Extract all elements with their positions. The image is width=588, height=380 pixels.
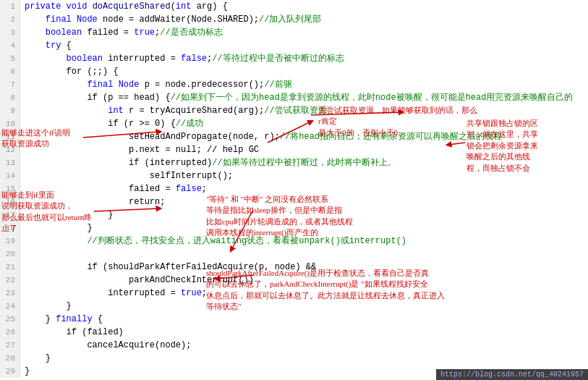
line-number: 22 [0,274,20,287]
token: { [93,314,103,324]
token: true [181,288,202,298]
line-number: 13 [0,156,20,169]
line-number: 29 [0,365,20,378]
line-number: 28 [0,352,20,365]
line-number: 19 [0,235,20,248]
line-code-content: boolean interrupted = false;//等待过程中是否被中断… [20,52,344,65]
code-line-3: 3 boolean failed = true;//是否成功标志 [0,26,588,39]
line-code-content: } [20,365,30,378]
token: ; [202,184,207,194]
line-number: 26 [0,326,20,339]
line-number: 1 [0,0,20,13]
token: failed = [82,28,134,38]
bottom-bar: https://blog.csdn.net/qq_40241957 [436,369,588,380]
code-line-8: 8 if (p == head) {//如果到下一个，因为head是拿到资源的线… [0,91,588,104]
annotation-should-park: shouldParkAfterFailedAcquire()是用于检查状态，看看… [206,268,470,313]
line-code-content: cancelAcquire(node); [20,339,191,352]
token: finally [56,314,92,324]
line-number: 20 [0,248,20,261]
annotation-if-success: 能够走进这个if说明获取资源成功 [1,127,81,150]
line-number: 5 [0,52,20,65]
token [25,41,46,51]
line-number: 24 [0,300,20,313]
code-line-27: 27 cancelAcquire(node); [0,339,588,352]
token: doAcquireShared [93,1,171,12]
token: { [61,41,71,51]
code-line-25: 25 } finally { [0,313,588,326]
token: try [46,41,61,51]
token: Node [119,80,140,90]
token: false [181,54,207,64]
url-text: https://blog.csdn.net/qq_40241957 [440,371,584,379]
line-code-content: } [20,352,51,365]
token: interrupted = [25,288,181,298]
token: } [25,314,56,324]
code-lines: 1private void doAcquireShared(int arg) {… [0,0,588,378]
line-number: 27 [0,339,20,352]
token: } [25,301,72,311]
token: cancelAcquire(node); [25,340,191,350]
code-line-4: 4 try { [0,39,588,52]
token: } [25,366,30,376]
token: boolean [67,54,103,64]
token: selfInterrupt(); [25,171,233,181]
token: final [25,14,77,25]
line-code-content: boolean failed = true;//是否成功标志 [20,26,223,39]
line-number: 14 [0,169,20,182]
token: //前驱 [264,80,291,90]
token: ( [171,1,176,12]
line-code-content: selfInterrupt(); [20,169,233,182]
token: false [176,184,202,194]
token [25,236,87,246]
code-line-5: 5 boolean interrupted = false;//等待过程中是否被… [0,52,588,65]
code-line-1: 1private void doAcquireShared(int arg) { [0,0,588,13]
token: true [134,28,155,38]
annotation-return: 能够走到if里面说明获取资源成功，那么最后也就可以return终止了 [1,190,99,235]
token [25,54,67,64]
token: r = tryAcquireShared(arg); [124,106,264,116]
token: if (failed) [25,327,124,337]
token: } [25,353,51,363]
token: int [176,1,192,12]
line-number: 7 [0,78,20,91]
line-code-content: for (;;) { [20,65,119,78]
line-number: 21 [0,261,20,274]
line-code-content: final Node p = node.predecessor();//前驱 [20,78,292,91]
token: Node [77,14,98,25]
line-number: 23 [0,287,20,300]
token: if (p == head) { [25,93,171,103]
token: node = addWaiter(Node.SHARED); [98,14,259,25]
line-code-content: if (failed) [20,326,124,339]
line-number: 25 [0,313,20,326]
token: //是否成功标志 [160,28,222,38]
code-line-26: 26 if (failed) [0,326,588,339]
token: int [25,106,124,116]
code-line-6: 6 for (;;) { [0,65,588,78]
token: void [67,1,93,12]
token: private [25,1,67,12]
token: //成功 [176,119,203,129]
token: //尝试获取资源 [264,106,326,116]
token: arg) { [191,1,227,12]
token: final [25,80,119,90]
line-code-content: final Node node = addWaiter(Node.SHARED)… [20,13,321,26]
code-line-9: 9 int r = tryAcquireShared(arg);//尝试获取资源 [0,104,588,117]
code-viewer: 1private void doAcquireShared(int arg) {… [0,0,588,380]
line-code-content: int r = tryAcquireShared(arg);//尝试获取资源 [20,104,327,117]
line-number: 2 [0,13,20,26]
line-code-content: interrupted = true; [20,287,207,300]
line-code-content: } [20,300,72,313]
line-number: 6 [0,65,20,78]
code-line-2: 2 final Node node = addWaiter(Node.SHARE… [0,13,588,26]
token: if (interrupted) [25,158,212,168]
annotation-try-acquire: 先尝试获取资源，如果能够获取到的话，那么r肯定是大于0的，否则小于0 [318,105,477,138]
token: //等待过程中是否被中断过的标志 [212,54,344,64]
line-number: 3 [0,26,20,39]
code-line-7: 7 final Node p = node.predecessor();//前驱 [0,78,588,91]
token: boolean [46,28,82,38]
line-code-content: try { [20,39,72,52]
line-number: 8 [0,91,20,104]
line-number: 9 [0,104,20,117]
line-code-content: } finally { [20,313,103,326]
token: interrupted = [103,54,181,64]
